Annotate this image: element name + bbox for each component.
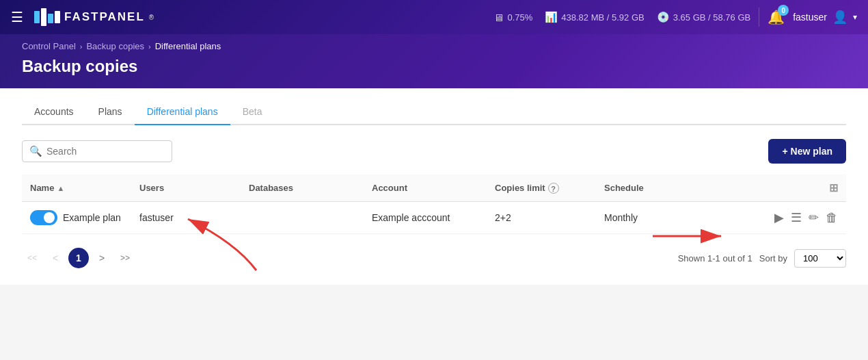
action-icons: ▶ ☰ ✏ 🗑	[772, 210, 838, 225]
col-copies-limit: Copies limit ?	[487, 175, 596, 202]
cpu-icon: 🖥	[493, 12, 504, 23]
disk-stat: 💿 3.65 GB / 58.76 GB	[657, 11, 750, 23]
cell-copies-limit: 2+2	[487, 202, 596, 234]
col-name-label: Name ▲	[30, 183, 123, 193]
pagination: << < 1 > >>	[22, 248, 135, 268]
topnav-divider	[759, 8, 759, 27]
cell-schedule: Monthly	[596, 202, 764, 234]
notif-badge: 0	[778, 5, 789, 16]
tab-plans[interactable]: Plans	[86, 99, 135, 125]
page-next-button[interactable]: >	[92, 248, 112, 268]
sort-by-select[interactable]: 10 25 50 100	[794, 249, 846, 268]
svg-rect-0	[34, 11, 40, 23]
col-copies-limit-label: Copies limit	[495, 183, 545, 193]
cell-actions: ▶ ☰ ✏ 🗑	[764, 202, 846, 234]
logo-symbol: ®	[149, 14, 154, 21]
tab-beta[interactable]: Beta	[230, 99, 275, 125]
svg-rect-1	[41, 8, 46, 26]
topnav: ☰ FASTPANEL ® 🖥 0.75% 📊 438.82 MB / 5.92…	[0, 0, 868, 34]
list-icon[interactable]: ☰	[791, 210, 802, 225]
ram-value: 438.82 MB / 5.92 GB	[561, 12, 644, 23]
logo: FASTPANEL ®	[34, 8, 154, 26]
tabs-bar: Accounts Plans Differential plans Beta	[22, 88, 846, 125]
search-icon: 🔍	[29, 145, 42, 157]
page-prev-button[interactable]: <	[45, 248, 66, 268]
ram-stat: 📊 438.82 MB / 5.92 GB	[545, 11, 644, 23]
run-icon[interactable]: ▶	[774, 210, 784, 225]
page-last-button[interactable]: >>	[115, 248, 135, 268]
svg-rect-3	[55, 11, 60, 23]
col-databases: Databases	[241, 175, 364, 202]
table-grid-icon[interactable]: ⊞	[829, 182, 838, 194]
page-header: Control Panel › Backup copies › Differen…	[0, 34, 868, 88]
delete-icon[interactable]: 🗑	[826, 211, 838, 225]
pagination-row: << < 1 > >> Shown 1-1 out of 1 Sort by 1…	[22, 248, 846, 268]
breadcrumb-sep-1: ›	[80, 42, 83, 51]
search-wrapper[interactable]: 🔍	[22, 140, 172, 162]
cpu-value: 0.75%	[507, 12, 532, 23]
help-icon[interactable]: ?	[548, 183, 559, 194]
table-row: Example plan fastuser Example acсcount 2…	[22, 202, 846, 234]
topnav-stats: 🖥 0.75% 📊 438.82 MB / 5.92 GB 💿 3.65 GB …	[493, 11, 750, 23]
breadcrumb: Control Panel › Backup copies › Differen…	[22, 41, 846, 51]
logo-text: FASTPANEL	[64, 10, 145, 24]
page-title: Backup copies	[22, 57, 846, 76]
svg-rect-2	[48, 14, 53, 23]
sort-by-label: Sort by	[759, 253, 787, 263]
pagination-info: Shown 1-1 out of 1 Sort by 10 25 50 100	[678, 249, 846, 268]
page-1-button[interactable]: 1	[68, 248, 89, 268]
table-wrapper: Name ▲ Users Databases Account Copies li…	[22, 175, 846, 234]
new-plan-button[interactable]: + New plan	[768, 139, 846, 164]
col-actions: ⊞	[764, 175, 846, 202]
action-row: 🔍 + New plan	[22, 139, 846, 164]
breadcrumb-control-panel[interactable]: Control Panel	[22, 41, 76, 51]
shown-text: Shown 1-1 out of 1	[678, 253, 752, 263]
breadcrumb-backup-copies[interactable]: Backup copies	[86, 41, 144, 51]
data-table: Name ▲ Users Databases Account Copies li…	[22, 175, 846, 234]
search-input[interactable]	[46, 146, 165, 157]
col-users: Users	[131, 175, 241, 202]
user-chevron-icon: ▾	[853, 12, 857, 22]
username: fastuser	[793, 12, 827, 23]
user-menu[interactable]: fastuser 👤 ▾	[793, 10, 857, 25]
sort-asc-icon[interactable]: ▲	[57, 184, 64, 192]
notification-bell[interactable]: 🔔 0	[768, 9, 785, 25]
edit-icon[interactable]: ✏	[809, 210, 819, 225]
cell-users: fastuser	[131, 202, 241, 234]
user-avatar-icon: 👤	[832, 10, 847, 25]
ram-icon: 📊	[545, 11, 558, 23]
row-toggle[interactable]	[30, 210, 57, 225]
breadcrumb-current: Differential plans	[155, 41, 221, 51]
breadcrumb-sep-2: ›	[148, 42, 151, 51]
disk-value: 3.65 GB / 58.76 GB	[673, 12, 750, 23]
disk-icon: 💿	[657, 11, 670, 23]
cell-name: Example plan	[22, 202, 131, 234]
col-name: Name ▲	[22, 175, 131, 202]
logo-icon	[34, 8, 60, 26]
col-schedule: Schedule	[596, 175, 764, 202]
main-content: Accounts Plans Differential plans Beta 🔍…	[0, 88, 868, 285]
cpu-stat: 🖥 0.75%	[493, 12, 532, 23]
hamburger-icon[interactable]: ☰	[11, 9, 23, 25]
tab-differential-plans[interactable]: Differential plans	[135, 99, 230, 125]
cell-databases	[241, 202, 364, 234]
tab-accounts[interactable]: Accounts	[22, 99, 86, 125]
col-account: Account	[364, 175, 487, 202]
cell-account: Example acсcount	[364, 202, 487, 234]
plan-name: Example plan	[63, 212, 121, 223]
page-first-button[interactable]: <<	[22, 248, 42, 268]
